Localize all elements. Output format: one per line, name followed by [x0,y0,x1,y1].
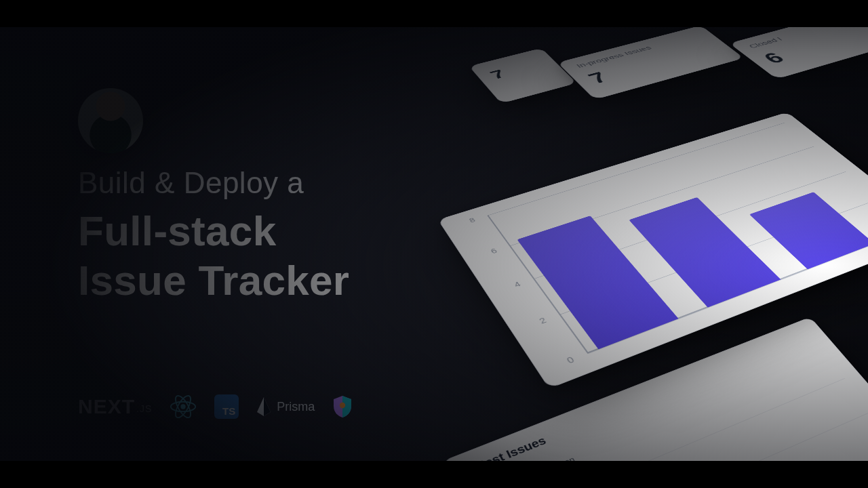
hero-title-block: Build & Deploy a Full-stack Issue Tracke… [78,166,349,304]
nextjs-logo: NEXT.JS [78,395,152,418]
svg-point-0 [181,404,186,409]
nextjs-label: NEXT [78,395,135,418]
presenter-avatar [78,88,143,153]
chart-bar [749,192,868,269]
summary-card-left: 7 [469,48,576,104]
y-tick-label: 8 [468,216,477,224]
latest-issues-heading: Latest Issues [464,434,549,461]
nextjs-sub: .JS [136,403,152,414]
summary-card-closed: Closed I 6 [729,27,868,79]
y-tick-label: 2 [538,316,549,325]
typescript-label: TS [222,405,235,417]
y-tick-label: 6 [489,247,498,255]
summary-left-value: 7 [487,67,509,82]
prisma-label: Prisma [277,400,315,414]
hero-line-3: Issue Tracker [78,256,349,304]
dashboard-preview: 7 In-progress Issues 7 Closed I 6 02468 … [407,27,868,461]
hero-line-2: Full-stack [78,207,349,255]
nextauth-shield-icon [332,395,353,418]
summary-card-inprogress: In-progress Issues 7 [557,27,745,100]
summary-closed-value: 6 [759,49,790,66]
typescript-badge: TS [214,394,239,419]
react-icon [170,393,197,420]
y-tick-label: 4 [512,280,522,289]
summary-inprogress-value: 7 [584,69,612,87]
summary-closed-label: Closed I [747,36,784,49]
hero-line-1: Build & Deploy a [78,166,349,200]
prisma-logo: Prisma [256,397,315,416]
svg-point-4 [340,403,345,408]
summary-inprogress-label: In-progress Issues [574,45,653,69]
tech-stack-row: NEXT.JS TS Prisma [78,393,353,420]
thumbnail-stage: Build & Deploy a Full-stack Issue Tracke… [0,27,868,461]
y-tick-label: 0 [565,355,576,365]
